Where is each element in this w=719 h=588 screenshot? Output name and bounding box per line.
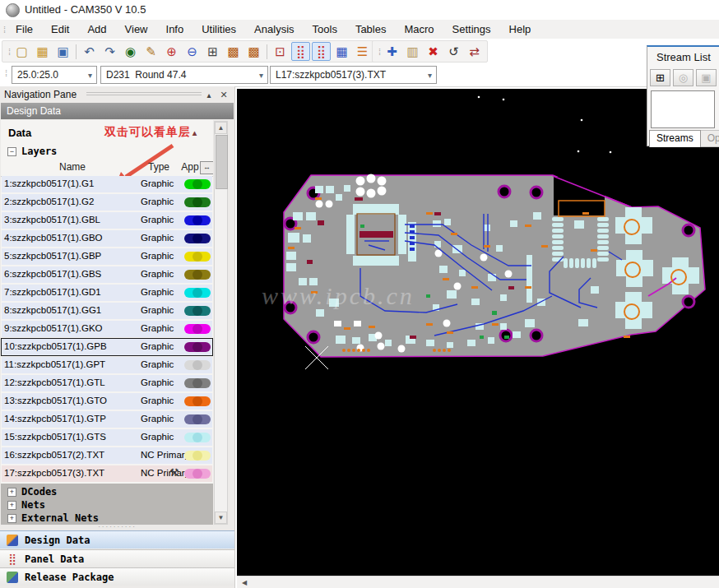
grid-points-icon[interactable]: ⣿	[312, 42, 331, 61]
column-resize-icon[interactable]: ↔	[200, 161, 213, 174]
menu-macro[interactable]: Macro	[395, 21, 443, 38]
layer-color-swatch[interactable]	[184, 179, 211, 189]
expand-plus-icon[interactable]: +	[7, 488, 16, 497]
rotate-icon[interactable]: ↺	[444, 42, 463, 61]
dcodes-tree-node[interactable]: + DCodes	[1, 485, 213, 498]
copy-icon[interactable]: ▥	[403, 42, 422, 61]
menu-settings[interactable]: Settings	[443, 21, 500, 38]
column-header-type[interactable]: Type	[139, 161, 179, 173]
layer-row[interactable]: 3:szzkpcb0517(1).GBLGraphic	[2, 212, 212, 229]
menu-help[interactable]: Help	[500, 21, 540, 38]
edit-stream-button[interactable]: ◎	[673, 69, 693, 86]
release-package-button[interactable]: Release Package	[0, 567, 234, 586]
layer-row[interactable]: 12:szzkpcb0517(1).GTLGraphic	[2, 375, 212, 391]
zoom-in-icon[interactable]: ⊕	[162, 42, 181, 61]
nets-tree-node[interactable]: + Nets	[1, 498, 213, 512]
undo-icon[interactable]: ↶	[80, 42, 99, 61]
layer-row[interactable]: 5:szzkpcb0517(1).GBPGraphic	[2, 248, 212, 265]
layers-tree-node[interactable]: − Layers	[7, 146, 57, 157]
layer-color-swatch[interactable]	[184, 270, 211, 280]
layer-color-swatch[interactable]	[184, 306, 211, 316]
grid-combo[interactable]: 25.0:25.0 ▾	[12, 66, 97, 84]
layer-row[interactable]: 10:szzkpcb0517(1).GPBGraphic	[2, 339, 212, 355]
layer-colors-icon[interactable]: ▦	[332, 42, 351, 61]
layer-row[interactable]: 9:szzkpcb0517(1).GKOGraphic	[2, 321, 212, 337]
layer-row[interactable]: 16:szzkpcb0517(2).TXTNC Primary	[2, 447, 212, 464]
move-icon[interactable]: ✚	[383, 42, 401, 61]
scrollbar-thumb[interactable]	[216, 135, 228, 189]
zoom-out-icon[interactable]: ⊖	[183, 42, 202, 61]
panel-data-button[interactable]: ⣿Panel Data	[0, 549, 234, 567]
column-header-app[interactable]: App	[179, 161, 202, 173]
negative-film2-icon[interactable]: ▩	[244, 42, 263, 61]
menu-edit[interactable]: Edit	[42, 21, 78, 38]
layer-color-swatch[interactable]	[184, 215, 211, 225]
layer-color-swatch[interactable]	[184, 433, 211, 442]
board-outline-icon[interactable]: ⊡	[271, 42, 290, 61]
layer-row[interactable]: 1:szzkpcb0517(1).G1Graphic	[2, 176, 212, 192]
expand-plus-icon[interactable]: +	[7, 501, 16, 510]
layer-color-swatch[interactable]	[184, 414, 211, 424]
layer-color-swatch[interactable]	[184, 288, 211, 298]
layer-row[interactable]: 4:szzkpcb0517(1).GBOGraphic	[2, 230, 212, 247]
pane-splitter[interactable]: ··········	[0, 525, 234, 530]
layer-color-swatch[interactable]	[184, 252, 211, 262]
open-folder-icon[interactable]: ▦	[33, 42, 52, 61]
layer-row[interactable]: 15:szzkpcb0517(1).GTSGraphic	[2, 429, 212, 446]
tab-streams[interactable]: Streams	[649, 130, 701, 147]
scroll-down-icon[interactable]: ▼	[215, 512, 227, 524]
column-header-name[interactable]: Name	[7, 161, 137, 173]
pane-drag-grip[interactable]	[86, 92, 202, 97]
layer-row[interactable]: 8:szzkpcb0517(1).GG1Graphic	[2, 303, 212, 319]
dcode-combo[interactable]: D231 Round 47.4 ▾	[100, 66, 268, 84]
query-icon[interactable]: ◉	[121, 42, 140, 61]
grid-snap-icon[interactable]: ⣿	[291, 42, 310, 61]
layer-row[interactable]: 2:szzkpcb0517(1).G2Graphic	[2, 194, 212, 211]
collapse-minus-icon[interactable]: −	[7, 147, 16, 156]
save-icon[interactable]: ▣	[53, 42, 72, 61]
new-file-icon[interactable]: ▢	[12, 42, 31, 61]
layer-color-swatch[interactable]	[184, 396, 211, 406]
layer-color-swatch[interactable]	[184, 234, 211, 243]
menu-file[interactable]: File	[7, 21, 42, 38]
pcb-viewport[interactable]: www.ipcb.cn	[237, 89, 719, 576]
layer-row[interactable]: 6:szzkpcb0517(1).GBSGraphic	[2, 266, 212, 283]
scroll-left-icon[interactable]: ◀	[242, 579, 247, 586]
menu-tools[interactable]: Tools	[304, 21, 346, 38]
layer-color-swatch[interactable]	[184, 342, 211, 352]
delete-icon[interactable]: ✖	[424, 42, 443, 61]
menu-add[interactable]: Add	[78, 21, 115, 38]
menu-info[interactable]: Info	[157, 21, 193, 38]
clean-icon[interactable]: ✎	[141, 42, 160, 61]
expand-plus-icon[interactable]: +	[7, 514, 16, 523]
layer-row[interactable]: 17:szzkpcb0517(3).TXTNC Primary⚒	[2, 465, 212, 482]
menu-view[interactable]: View	[116, 21, 157, 38]
layer-color-swatch[interactable]	[184, 378, 211, 388]
active-layer-combo[interactable]: L17:szzkpcb0517(3).TXT ▾	[270, 66, 437, 84]
layer-color-swatch[interactable]	[184, 360, 211, 370]
layer-row[interactable]: 11:szzkpcb0517(1).GPTGraphic	[2, 357, 212, 373]
layer-color-swatch[interactable]	[184, 197, 211, 207]
scroll-up-icon[interactable]: ▲	[215, 122, 227, 134]
layer-row[interactable]: 7:szzkpcb0517(1).GD1Graphic	[2, 285, 212, 301]
mirror-icon[interactable]: ⇄	[465, 42, 484, 61]
design-data-button[interactable]: Design Data	[0, 530, 234, 549]
layer-color-swatch[interactable]	[184, 469, 211, 479]
add-stream-button[interactable]: ⊞	[650, 69, 670, 86]
stream-list-box[interactable]	[651, 90, 715, 128]
horizontal-scrollbar[interactable]: ◀	[237, 576, 719, 588]
add-view-icon[interactable]: ⊞	[203, 42, 222, 61]
layer-row[interactable]: 14:szzkpcb0517(1).GTPGraphic	[2, 411, 212, 428]
negative-film-icon[interactable]: ▩	[224, 42, 243, 61]
collapse-pane-button[interactable]: ▴	[203, 89, 215, 100]
layer-color-swatch[interactable]	[184, 451, 211, 461]
menu-analysis[interactable]: Analysis	[245, 21, 303, 38]
tab-opti[interactable]: Opti	[701, 130, 719, 147]
layer-row[interactable]: 13:szzkpcb0517(1).GTOGraphic	[2, 393, 212, 410]
redo-icon[interactable]: ↷	[100, 42, 119, 61]
vertical-scrollbar[interactable]: ▲ ▼	[214, 121, 228, 525]
close-pane-button[interactable]: ✕	[218, 89, 230, 100]
save-stream-button[interactable]: ▣	[696, 69, 717, 86]
layer-sets-icon[interactable]: ☰	[353, 42, 372, 61]
menu-utilities[interactable]: Utilities	[193, 21, 245, 38]
